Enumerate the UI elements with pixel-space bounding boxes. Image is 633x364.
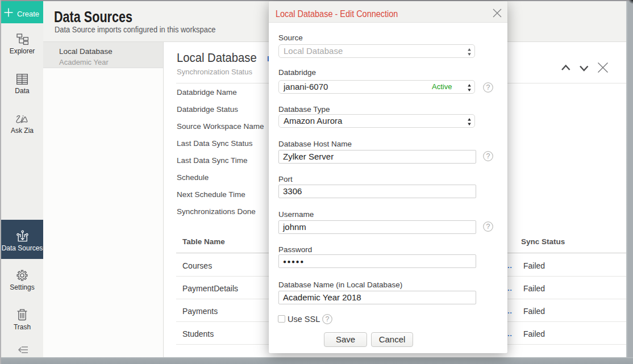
svg-text:?: ?: [486, 83, 490, 91]
svg-text:?: ?: [486, 152, 490, 160]
svg-text:?: ?: [326, 315, 330, 323]
svg-text:?: ?: [486, 223, 490, 231]
